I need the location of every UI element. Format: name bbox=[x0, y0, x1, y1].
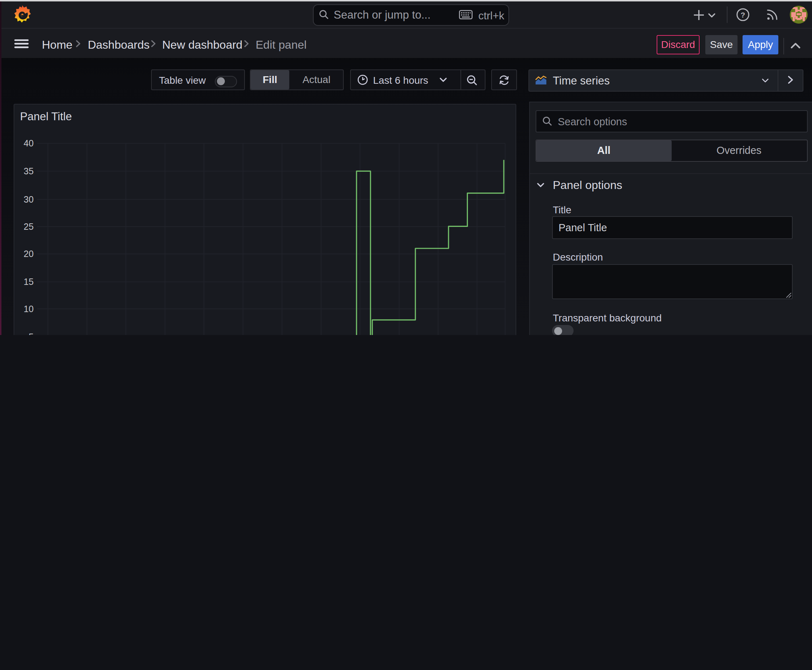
svg-text:10: 10 bbox=[23, 304, 33, 314]
svg-text:?: ? bbox=[741, 11, 746, 19]
svg-text:40: 40 bbox=[23, 139, 33, 149]
svg-text:15: 15 bbox=[23, 277, 33, 287]
svg-text:5: 5 bbox=[28, 332, 33, 335]
svg-text:35: 35 bbox=[23, 166, 33, 176]
svg-text:20: 20 bbox=[23, 249, 33, 259]
svg-text:30: 30 bbox=[23, 195, 33, 205]
svg-text:25: 25 bbox=[23, 222, 33, 232]
